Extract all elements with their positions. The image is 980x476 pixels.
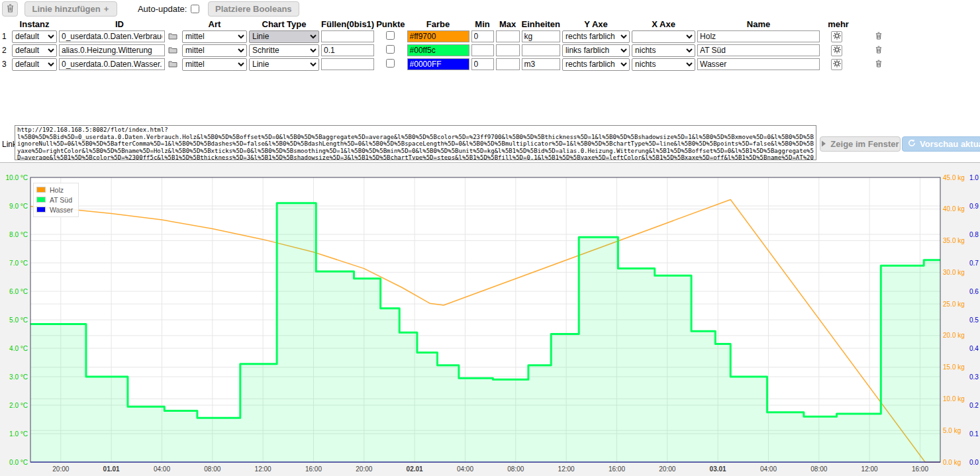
svg-text:0.0: 0.0 xyxy=(969,459,979,466)
id-input[interactable] xyxy=(59,30,165,42)
color-input[interactable] xyxy=(407,44,469,56)
folder-icon[interactable] xyxy=(167,59,179,69)
instanz-select[interactable]: default xyxy=(12,44,57,57)
refresh-preview-label: Vorschau aktualisieren xyxy=(920,139,980,149)
svg-text:0.5: 0.5 xyxy=(969,316,979,324)
show-in-window-button[interactable]: Zeige im Fenster xyxy=(820,136,901,152)
x-axis-select[interactable] xyxy=(632,30,695,43)
svg-text:20.0 kg: 20.0 kg xyxy=(943,332,965,339)
trash-icon xyxy=(875,46,882,56)
auto-update-label: Auto-update: xyxy=(138,4,187,14)
auto-update-checkbox[interactable] xyxy=(191,5,199,13)
fill-input[interactable] xyxy=(321,30,374,42)
name-input[interactable] xyxy=(697,44,820,56)
id-input[interactable] xyxy=(59,58,165,70)
svg-text:15.0 kg: 15.0 kg xyxy=(943,363,965,371)
settings-button[interactable] xyxy=(831,45,842,56)
svg-text:02.01: 02.01 xyxy=(407,465,423,473)
series-row-1: 1 default mittel Linie rechts farblich xyxy=(2,30,883,43)
svg-text:7.0 °C: 7.0 °C xyxy=(9,260,28,267)
clear-lines-button[interactable] xyxy=(2,1,18,17)
col-header-instanz: Instanz xyxy=(12,19,57,29)
delete-row-button[interactable] xyxy=(875,32,882,42)
col-header-y-axe: Y Axe xyxy=(562,19,630,29)
art-select[interactable]: mittel xyxy=(182,30,247,43)
color-input[interactable] xyxy=(407,58,469,70)
chart-type-select[interactable]: Linie xyxy=(249,58,319,71)
instanz-select[interactable]: default xyxy=(12,58,57,71)
points-checkbox[interactable] xyxy=(386,45,395,54)
fill-input[interactable] xyxy=(321,58,374,70)
name-input[interactable] xyxy=(697,58,820,70)
svg-text:20:00: 20:00 xyxy=(52,465,69,473)
flot-chart[interactable]: 0.0 °C1.0 °C2.0 °C3.0 °C4.0 °C5.0 °C6.0 … xyxy=(0,163,980,476)
color-input[interactable] xyxy=(407,30,469,42)
col-header-einheiten: Einheiten xyxy=(522,19,561,29)
points-checkbox[interactable] xyxy=(386,31,395,40)
col-header-x-axe: X Axe xyxy=(632,19,695,29)
gear-icon xyxy=(833,60,841,70)
x-axis-select[interactable]: nichts xyxy=(632,58,695,71)
svg-text:16:00: 16:00 xyxy=(305,465,322,473)
x-axis-select[interactable]: nichts xyxy=(632,44,695,57)
col-header-id: ID xyxy=(59,19,180,29)
art-select[interactable]: mittel xyxy=(182,44,247,57)
points-checkbox[interactable] xyxy=(386,59,395,68)
auto-update-wrap: Auto-update: xyxy=(138,1,199,17)
svg-text:35.0 kg: 35.0 kg xyxy=(943,237,965,244)
instanz-select[interactable]: default xyxy=(12,30,57,43)
unit-input[interactable] xyxy=(522,58,561,70)
min-input[interactable] xyxy=(471,30,494,42)
col-header-name: Name xyxy=(697,19,820,29)
col-header-fuellen: Füllen(0bis1) xyxy=(321,19,374,29)
trash-icon xyxy=(7,4,14,15)
chart-legend: HolzAT SüdWasser xyxy=(33,183,79,217)
col-header-max: Max xyxy=(496,19,520,29)
link-url-textarea[interactable]: http://192.168.168.5:8082/flot/index.htm… xyxy=(15,125,816,160)
svg-text:20:00: 20:00 xyxy=(356,465,372,473)
refresh-preview-button[interactable]: Vorschau aktualisieren xyxy=(902,136,980,152)
delete-row-button[interactable] xyxy=(875,60,882,70)
settings-button[interactable] xyxy=(831,31,842,42)
id-input[interactable] xyxy=(59,44,165,56)
chart-section: 0.0 °C1.0 °C2.0 °C3.0 °C4.0 °C5.0 °C6.0 … xyxy=(0,162,980,476)
max-input[interactable] xyxy=(496,58,520,70)
unit-input[interactable] xyxy=(522,44,561,56)
add-line-button[interactable]: Linie hinzufügen + xyxy=(24,1,117,17)
max-input[interactable] xyxy=(496,44,520,56)
svg-text:04:00: 04:00 xyxy=(760,465,777,473)
svg-text:0.0 °C: 0.0 °C xyxy=(9,459,28,466)
gear-icon xyxy=(833,32,841,42)
legend-item: Wasser xyxy=(36,205,73,214)
svg-text:12:00: 12:00 xyxy=(558,465,575,473)
y-axis-select[interactable]: rechts farblich xyxy=(562,58,630,71)
chart-type-select[interactable]: Schritte xyxy=(249,44,319,57)
legend-item: AT Süd xyxy=(36,195,73,205)
col-header-art: Art xyxy=(182,19,247,29)
delete-row-button[interactable] xyxy=(875,46,882,56)
min-input[interactable] xyxy=(471,44,494,56)
col-header-farbe: Farbe xyxy=(407,19,469,29)
name-input[interactable] xyxy=(697,30,820,42)
svg-text:20:00: 20:00 xyxy=(659,465,675,473)
svg-text:0.2: 0.2 xyxy=(969,402,979,409)
settings-button[interactable] xyxy=(831,59,842,70)
legend-swatch xyxy=(36,197,46,203)
unit-input[interactable] xyxy=(522,30,561,42)
play-icon xyxy=(821,139,826,149)
art-select[interactable]: mittel xyxy=(182,58,247,71)
chart-type-select[interactable]: Linie xyxy=(249,30,319,43)
folder-icon[interactable] xyxy=(167,45,179,55)
folder-icon[interactable] xyxy=(167,31,179,41)
svg-text:1.0 °C: 1.0 °C xyxy=(9,430,28,438)
legend-swatch xyxy=(36,187,46,193)
place-booleans-button[interactable]: Platziere Booleans xyxy=(208,1,299,17)
svg-text:40.0 kg: 40.0 kg xyxy=(943,205,965,213)
max-input[interactable] xyxy=(496,30,520,42)
svg-text:16:00: 16:00 xyxy=(912,465,928,473)
y-axis-select[interactable]: links farblich xyxy=(562,44,630,57)
min-input[interactable] xyxy=(471,58,494,70)
add-line-label: Linie hinzufügen xyxy=(32,4,100,14)
fill-input[interactable] xyxy=(321,44,374,56)
y-axis-select[interactable]: rechts farblich xyxy=(562,30,630,43)
